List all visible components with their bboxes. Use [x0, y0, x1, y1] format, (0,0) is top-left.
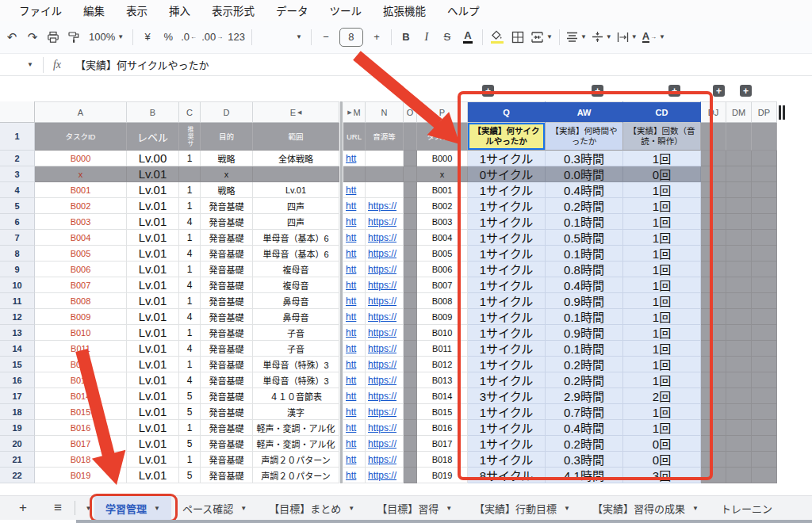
cell-DP13[interactable] — [752, 325, 777, 341]
cell-Q9[interactable]: 1サイクル — [468, 262, 546, 277]
cell-E21[interactable]: 声調２０パターン — [253, 452, 339, 468]
cell-Q13[interactable]: 1サイクル — [468, 325, 546, 341]
cell-Q2[interactable]: 1サイクル — [468, 151, 546, 166]
cell-D21[interactable]: 発音基礎 — [201, 452, 253, 468]
cell-B13[interactable]: Lv.01 — [127, 325, 179, 341]
cell-B19[interactable]: Lv.01 — [127, 420, 179, 436]
cell-DM7[interactable] — [726, 230, 752, 246]
cell-O4[interactable] — [404, 182, 417, 198]
vertical-align-button[interactable]: ▼ — [589, 27, 615, 48]
cell-Q6[interactable]: 1サイクル — [468, 214, 546, 230]
cell-B14[interactable]: Lv.01 — [127, 341, 179, 357]
bold-button[interactable]: B — [396, 27, 416, 48]
cell-CD4[interactable]: 1回 — [623, 182, 701, 198]
cell-N6[interactable]: https:// — [366, 214, 404, 230]
cell-AW1[interactable]: 【実績】何時間やったか — [546, 123, 623, 151]
cell-P17[interactable]: B014 — [417, 388, 468, 404]
all-sheets-button[interactable]: ≡ — [46, 497, 70, 519]
strikethrough-button[interactable]: S — [437, 27, 458, 48]
cell-A22[interactable]: B019 — [35, 468, 127, 483]
cell-P12[interactable]: B009 — [417, 309, 468, 325]
cell-N3[interactable] — [366, 166, 404, 182]
row-header-21[interactable]: 21 — [0, 452, 35, 468]
print-icon[interactable] — [43, 27, 63, 48]
cell-C19[interactable]: 1 — [179, 420, 201, 436]
cell-A8[interactable]: B005 — [35, 246, 127, 262]
add-sheet-button[interactable]: + — [11, 497, 35, 519]
cell-M7[interactable]: htt — [343, 230, 366, 246]
cell-B3[interactable]: Lv.01 — [127, 166, 179, 182]
cell-O18[interactable] — [404, 404, 417, 420]
cell-DM9[interactable] — [726, 262, 752, 277]
cell-AW15[interactable]: 0.2時間 — [546, 357, 623, 372]
cell-A14[interactable]: B011 — [35, 341, 127, 357]
cell-N1[interactable]: 音源等 — [366, 123, 404, 151]
cell-Q16[interactable]: 1サイクル — [468, 372, 546, 388]
cell-O8[interactable] — [404, 246, 417, 262]
cell-D15[interactable]: 発音基礎 — [201, 357, 253, 372]
cell-AW10[interactable]: 0.4時間 — [546, 277, 623, 293]
cell-Q17[interactable]: 3サイクル — [468, 388, 546, 404]
column-header-B[interactable]: B — [127, 101, 179, 123]
cell-DP7[interactable] — [752, 230, 777, 246]
sheet-tab-【目標】習得[interactable]: 【目標】習得▼ — [366, 496, 463, 521]
cell-Q4[interactable]: 1サイクル — [468, 182, 546, 198]
cell-DM10[interactable] — [726, 277, 752, 293]
cell-D6[interactable]: 発音基礎 — [201, 214, 253, 230]
cell-AW21[interactable]: 0.3時間 — [546, 452, 623, 468]
cell-Q8[interactable]: 1サイクル — [468, 246, 546, 262]
menu-item-ヘルプ[interactable]: ヘルプ — [447, 2, 480, 18]
row-header-6[interactable]: 6 — [0, 214, 35, 230]
cell-O14[interactable] — [404, 341, 417, 357]
column-group-expand-button[interactable]: + — [668, 85, 680, 97]
horizontal-align-button[interactable]: ▼ — [564, 27, 589, 48]
cell-N14[interactable]: https:// — [366, 341, 404, 357]
cell-DP11[interactable] — [752, 293, 777, 309]
cell-O16[interactable] — [404, 372, 417, 388]
cell-C21[interactable]: 1 — [179, 452, 201, 468]
cell-CD5[interactable]: 1回 — [623, 198, 701, 214]
cell-B12[interactable]: Lv.01 — [127, 309, 179, 325]
cell-M17[interactable]: htt — [343, 388, 366, 404]
cell-P10[interactable]: B007 — [417, 277, 468, 293]
cell-DJ15[interactable] — [701, 357, 726, 372]
cell-DJ13[interactable] — [701, 325, 726, 341]
cell-CD17[interactable]: 2回 — [623, 388, 701, 404]
cell-DM14[interactable] — [726, 341, 752, 357]
cell-DM13[interactable] — [726, 325, 752, 341]
cell-M6[interactable]: htt — [343, 214, 366, 230]
cell-P1[interactable]: タスクID — [417, 123, 468, 151]
cell-B10[interactable]: Lv.01 — [127, 277, 179, 293]
column-header-AW[interactable]: AW — [546, 101, 623, 123]
row-header-22[interactable]: 22 — [0, 468, 35, 483]
cell-D18[interactable]: 発音基礎 — [201, 404, 253, 420]
cell-DM1[interactable] — [726, 123, 752, 151]
undo-icon[interactable]: ↶ — [2, 27, 22, 48]
cell-CD9[interactable]: 1回 — [623, 262, 701, 277]
cell-O21[interactable] — [404, 452, 417, 468]
cell-O15[interactable] — [404, 357, 417, 372]
column-header-DM[interactable]: DM — [726, 101, 752, 123]
column-group-expand-button[interactable]: + — [482, 85, 494, 97]
cell-DP14[interactable] — [752, 341, 777, 357]
cell-P18[interactable]: B015 — [417, 404, 468, 420]
cell-A12[interactable]: B009 — [35, 309, 127, 325]
cell-M3[interactable] — [343, 166, 366, 182]
cell-CD12[interactable]: 1回 — [623, 309, 701, 325]
cell-N8[interactable]: https:// — [366, 246, 404, 262]
cell-DP10[interactable] — [752, 277, 777, 293]
cell-B16[interactable]: Lv.01 — [127, 372, 179, 388]
cell-C3[interactable] — [179, 166, 201, 182]
hidden-columns-indicator[interactable] — [779, 101, 785, 123]
menu-item-ファイル[interactable]: ファイル — [19, 2, 62, 18]
text-color-button[interactable]: A — [458, 27, 478, 48]
cell-P9[interactable]: B006 — [417, 262, 468, 277]
cell-DM3[interactable] — [726, 166, 752, 182]
cell-C11[interactable]: 1 — [179, 293, 201, 309]
cell-O10[interactable] — [404, 277, 417, 293]
column-header-DJ[interactable]: DJ — [701, 101, 726, 123]
column-header-E[interactable]: E◀ — [253, 101, 339, 123]
cell-Q14[interactable]: 1サイクル — [468, 341, 546, 357]
cell-N11[interactable]: https:// — [366, 293, 404, 309]
row-header-15[interactable]: 15 — [0, 357, 35, 372]
